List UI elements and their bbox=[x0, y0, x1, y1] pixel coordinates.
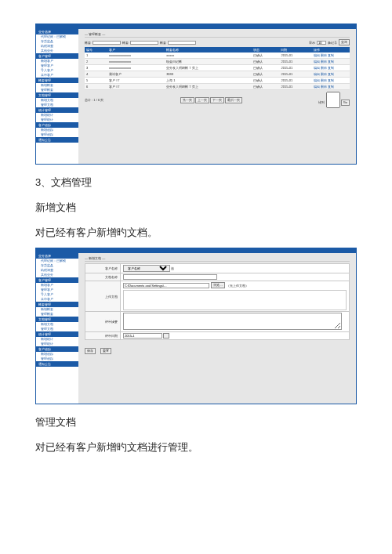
table-cell: 2 bbox=[85, 59, 107, 65]
sub1-title: 新增文档 bbox=[35, 201, 357, 215]
panel-title: — 管理帐套 — bbox=[85, 32, 350, 38]
table-cell: 2015-01 bbox=[279, 53, 312, 59]
table-cell: 业务收入明细帐 7 页上 bbox=[165, 84, 252, 90]
date-input[interactable] bbox=[123, 333, 162, 339]
cell-summary bbox=[121, 312, 350, 332]
table-cell: 已确认 bbox=[252, 53, 279, 59]
table-cell-ops[interactable]: 编辑 删除 复制 bbox=[312, 84, 350, 90]
table-row: 3xxxxxxxxxxxxxx业务收入明细帐 7 页上已确认2015-01编辑 … bbox=[85, 65, 350, 71]
sub2-title: 管理文档 bbox=[35, 415, 357, 429]
sidebar: 业务选择代理记账：已解锁存货监盘纳税调整其他业务客户管理新增客户管理客户导入客户… bbox=[36, 253, 79, 404]
table-cell: 2015-01 bbox=[279, 71, 312, 78]
upload-hint: （无上传文档） bbox=[227, 284, 249, 288]
label-summary: 评审摘要 bbox=[85, 312, 121, 332]
table-cell-ops[interactable]: 编辑 删除 复制 bbox=[312, 78, 350, 84]
pager-goto-input[interactable] bbox=[326, 92, 340, 108]
table-cell: 已确认 bbox=[252, 78, 279, 84]
sidebar-group-head: 业务选择 bbox=[36, 29, 78, 34]
search-input-2[interactable] bbox=[130, 41, 158, 45]
summary-textarea[interactable] bbox=[123, 313, 342, 330]
sidebar-group-head: 客户追踪 bbox=[36, 122, 78, 128]
table-row: 2xxxxxxxxxxxxxx现金日记帐已确认2015-01编辑 删除 复制 bbox=[85, 59, 350, 65]
table-cell: 4 bbox=[85, 71, 107, 78]
pager-button[interactable]: 上一页 bbox=[195, 97, 209, 103]
table-cell: xxxxxxxxxxxxxx bbox=[107, 65, 165, 71]
table-cell-ops[interactable]: 编辑 删除 复制 bbox=[312, 71, 350, 78]
cell-docname bbox=[121, 273, 350, 281]
pager-goto-button[interactable]: Go bbox=[341, 100, 350, 106]
sub1-body: 对已经有客户新增旳文档。 bbox=[35, 226, 357, 240]
label-upload: 上传文档 bbox=[85, 281, 121, 312]
table-row: 1xxxxxxxxxxxxxxxxxxx已确认2015-01编辑 删除 复制 bbox=[85, 53, 350, 59]
table-cell: 已确认 bbox=[252, 71, 279, 78]
pager-button[interactable]: 最后一页 bbox=[225, 97, 242, 103]
search-label-3: 帐套 bbox=[160, 41, 166, 45]
search-button[interactable]: 查询 bbox=[339, 39, 350, 45]
table-cell: 6 bbox=[85, 84, 107, 90]
table-cell-ops[interactable]: 编辑 删除 复制 bbox=[312, 59, 350, 65]
shot-main: — 管理帐套 — 帐套 帐套 帐套 显示 条记录 查询 编号客户帐套名称状态日期… bbox=[78, 29, 356, 164]
label-customer: 客户名称 bbox=[85, 264, 121, 273]
table-cell: xxxxxxxxxxxxxx bbox=[107, 53, 165, 59]
table-cell: 上海 1 bbox=[165, 78, 252, 84]
table-cell: xxxxxxxxxxxxxx bbox=[107, 59, 165, 65]
sidebar-group-head: 文档管理 bbox=[36, 92, 78, 98]
pager-buttons: 第一页上一页下一页最后一页 bbox=[180, 97, 242, 103]
cell-date bbox=[121, 332, 350, 340]
table-cell-ops[interactable]: 编辑 删除 复制 bbox=[312, 53, 350, 59]
label-date: 评审日期 bbox=[85, 332, 121, 340]
docname-input[interactable] bbox=[123, 274, 217, 280]
sidebar-group-head: 帐套管理 bbox=[36, 78, 78, 83]
table-cell: 1 bbox=[85, 53, 107, 59]
customer-select[interactable]: 客户名称 bbox=[123, 265, 170, 272]
table-cell: 测试客户 bbox=[107, 71, 165, 78]
table-row: 5客户 #7上海 1已确认2015-01编辑 删除 复制 bbox=[85, 78, 350, 84]
save-button[interactable]: 保存 bbox=[85, 348, 96, 354]
search-input-1[interactable] bbox=[93, 41, 121, 45]
table-header: 操作 bbox=[312, 47, 350, 53]
table-cell: 已确认 bbox=[252, 59, 279, 65]
table-cell: 2015-01 bbox=[279, 78, 312, 84]
pager: 总计 : 1 / 6 页 第一页上一页下一页最后一页 转到 Go bbox=[85, 92, 350, 108]
per-page-suffix: 条记录 bbox=[328, 41, 337, 45]
sidebar-group-head: 业务选择 bbox=[36, 253, 78, 259]
table-header: 编号 bbox=[85, 47, 107, 53]
table-cell: 业务收入明细帐 7 页上 bbox=[165, 65, 252, 71]
table-cell: 现金日记帐 bbox=[165, 59, 252, 65]
table-cell-ops[interactable]: 编辑 删除 复制 bbox=[312, 65, 350, 71]
table-cell: 已确认 bbox=[252, 65, 279, 71]
screenshot-new-document: 业务选择代理记账：已解锁存货监盘纳税调整其他业务客户管理新增客户管理客户导入客户… bbox=[35, 248, 357, 404]
cell-upload: 浏览… （无上传文档） bbox=[121, 281, 350, 312]
per-page-label: 显示 bbox=[309, 41, 315, 45]
table-row: 4测试客户3333已确认2015-01编辑 删除 复制 bbox=[85, 71, 350, 78]
sidebar-group-head: 客户管理 bbox=[36, 53, 78, 59]
table-cell: 3333 bbox=[165, 71, 252, 78]
upload-path-input[interactable] bbox=[123, 283, 209, 288]
calendar-icon[interactable] bbox=[163, 333, 169, 339]
customer-note: 选 bbox=[171, 266, 174, 270]
pager-button[interactable]: 第一页 bbox=[180, 97, 194, 103]
pager-goto-wrap: 转到 Go bbox=[318, 92, 350, 108]
sidebar-group-head: 通知公告 bbox=[36, 361, 78, 367]
per-page-input[interactable] bbox=[317, 41, 326, 45]
sidebar-group-head: 统计管理 bbox=[36, 107, 78, 113]
pager-total: 总计 : 1 / 6 页 bbox=[85, 98, 103, 102]
table-cell: 2015-01 bbox=[279, 65, 312, 71]
reset-button[interactable]: 重置 bbox=[100, 348, 111, 354]
table-cell: 3 bbox=[85, 65, 107, 71]
upload-dropzone[interactable] bbox=[123, 290, 347, 310]
search-input-3[interactable] bbox=[168, 41, 196, 45]
section-heading: 3、文档管理 bbox=[35, 176, 357, 190]
pager-button[interactable]: 下一页 bbox=[210, 97, 224, 103]
sidebar-group-head: 客户追踪 bbox=[36, 346, 78, 352]
table-cell: 客户 #7 bbox=[107, 84, 165, 90]
search-label-1: 帐套 bbox=[85, 41, 91, 45]
cell-customer: 客户名称 选 bbox=[121, 264, 350, 273]
table-cell: 2015-01 bbox=[279, 59, 312, 65]
new-doc-form: 客户名称 客户名称 选 文档名称 上传文档 bbox=[85, 263, 350, 340]
screenshot-manage-ledger: 业务选择代理记账：已解锁存货监盘纳税调整其他业务客户管理新增客户管理客户导入客户… bbox=[35, 24, 357, 165]
browse-button[interactable]: 浏览… bbox=[211, 282, 225, 288]
table-cell: 已确认 bbox=[252, 84, 279, 90]
ledger-table: 编号客户帐套名称状态日期操作 1xxxxxxxxxxxxxxxxxxx已确认20… bbox=[85, 47, 350, 90]
pager-goto-label: 转到 bbox=[318, 100, 325, 104]
